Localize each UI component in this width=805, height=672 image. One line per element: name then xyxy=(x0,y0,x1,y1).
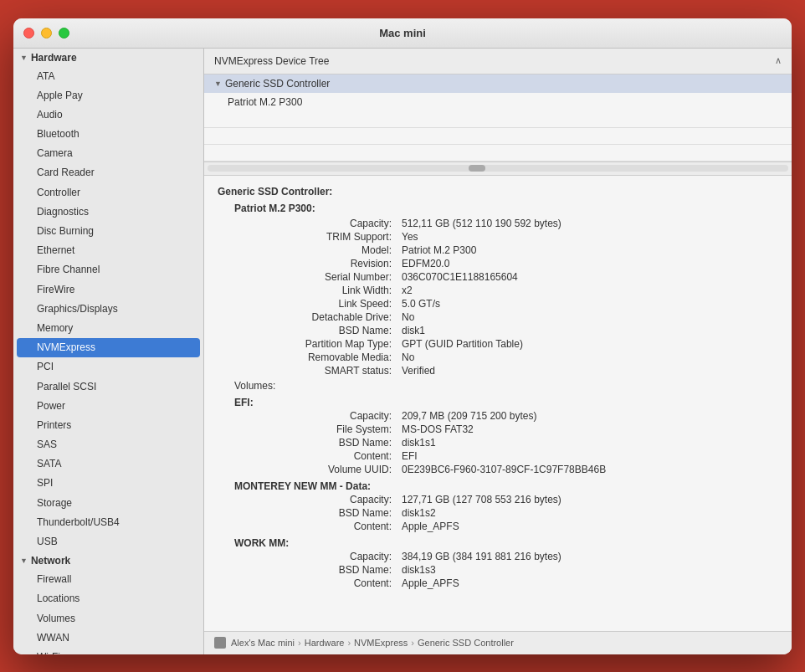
sidebar-item-parallelscsi[interactable]: Parallel SCSI xyxy=(13,377,203,397)
label-partmap: Partition Map Type: xyxy=(234,338,402,350)
sidebar-item-sas[interactable]: SAS xyxy=(13,435,203,454)
controller-label: Generic SSD Controller xyxy=(225,78,330,90)
controller-arrow-icon: ▼ xyxy=(214,80,222,88)
sidebar-item-spi[interactable]: SPI xyxy=(13,474,203,493)
horizontal-scrollbar[interactable] xyxy=(204,162,792,175)
vol-work-bsd: BSD Name: disk1s3 xyxy=(251,564,778,576)
volumes-label: Volumes: xyxy=(234,380,778,392)
breadcrumb-sep-0: › xyxy=(298,638,301,648)
device-tree-arrow: ∧ xyxy=(775,55,782,66)
value-work-content: Apple_APFS xyxy=(402,577,778,589)
sidebar[interactable]: ▼ Hardware ATA Apple Pay Audio Bluetooth… xyxy=(13,49,204,654)
value-removable: No xyxy=(402,351,778,363)
sidebar-item-camera[interactable]: Camera xyxy=(13,144,203,163)
sidebar-item-pci[interactable]: PCI xyxy=(13,357,203,377)
breadcrumb-part-2: NVMExpress xyxy=(354,638,408,648)
value-mont-cap: 127,71 GB (127 708 553 216 bytes) xyxy=(402,494,778,505)
sidebar-item-thunderbolt[interactable]: Thunderbolt/USB4 xyxy=(13,513,203,532)
detail-trim: TRIM Support: Yes xyxy=(234,231,778,243)
tree-divider-2 xyxy=(204,128,792,145)
sidebar-item-volumes[interactable]: Volumes xyxy=(13,609,203,628)
label-capacity: Capacity: xyxy=(234,218,402,229)
value-trim: Yes xyxy=(402,231,778,243)
detail-removable: Removable Media: No xyxy=(234,351,778,363)
close-button[interactable] xyxy=(23,28,34,38)
details-section: Generic SSD Controller: Patriot M.2 P300… xyxy=(204,176,792,631)
sidebar-item-cardreader[interactable]: Card Reader xyxy=(13,163,203,182)
sidebar-item-memory[interactable]: Memory xyxy=(13,319,203,338)
sidebar-item-sata[interactable]: SATA xyxy=(13,454,203,474)
value-linkspeed: 5.0 GT/s xyxy=(402,298,778,310)
maximize-button[interactable] xyxy=(59,28,69,38)
value-work-bsd: disk1s3 xyxy=(402,564,778,576)
vol-work-capacity: Capacity: 384,19 GB (384 191 881 216 byt… xyxy=(251,551,778,562)
sidebar-item-locations[interactable]: Locations xyxy=(13,589,203,608)
label-serial: Serial Number: xyxy=(234,271,402,283)
breadcrumb-sep-1: › xyxy=(347,638,351,648)
detail-serial: Serial Number: 036C070C1E1188165604 xyxy=(234,271,778,283)
device-tree-section: NVMExpress Device Tree ∧ ▼ Generic SSD C… xyxy=(204,49,792,176)
vol-mont-content: Content: Apple_APFS xyxy=(251,521,778,532)
sidebar-item-graphics[interactable]: Graphics/Displays xyxy=(13,300,203,319)
tree-divider-3 xyxy=(204,145,792,162)
label-trim: TRIM Support: xyxy=(234,231,402,243)
sidebar-group-hardware[interactable]: ▼ Hardware xyxy=(13,49,203,67)
drive-title: Patriot M.2 P300: xyxy=(234,203,778,214)
sidebar-item-wifi[interactable]: Wi-Fi xyxy=(13,648,203,654)
label-mont-bsd: BSD Name: xyxy=(251,507,402,519)
main-window: Mac mini ▼ Hardware ATA Apple Pay Audio … xyxy=(13,18,792,654)
detail-model: Model: Patriot M.2 P300 xyxy=(234,244,778,256)
vol-efi-uuid: Volume UUID: 0E239BC6-F960-3107-89CF-1C9… xyxy=(251,464,778,475)
sidebar-item-bluetooth[interactable]: Bluetooth xyxy=(13,125,203,144)
breadcrumb-sep-2: › xyxy=(411,638,414,648)
label-removable: Removable Media: xyxy=(234,351,402,363)
label-linkspeed: Link Speed: xyxy=(234,298,402,310)
sidebar-item-printers[interactable]: Printers xyxy=(13,416,203,435)
minimize-button[interactable] xyxy=(41,28,52,38)
sidebar-item-ata[interactable]: ATA xyxy=(13,67,203,86)
vol-efi-content: Content: EFI xyxy=(251,450,778,462)
label-efi-uuid: Volume UUID: xyxy=(251,464,402,475)
sidebar-item-applepay[interactable]: Apple Pay xyxy=(13,86,203,105)
detail-partmap: Partition Map Type: GPT (GUID Partition … xyxy=(234,338,778,350)
value-bsdname: disk1 xyxy=(402,325,778,336)
detail-capacity: Capacity: 512,11 GB (512 110 190 592 byt… xyxy=(234,218,778,229)
detail-linkspeed: Link Speed: 5.0 GT/s xyxy=(234,298,778,310)
network-label: Network xyxy=(31,555,70,567)
sidebar-item-diagnostics[interactable]: Diagnostics xyxy=(13,203,203,222)
sidebar-item-controller[interactable]: Controller xyxy=(13,183,203,203)
sidebar-group-network[interactable]: ▼ Network xyxy=(13,551,203,570)
sidebar-item-firewall[interactable]: Firewall xyxy=(13,570,203,589)
label-detachable: Detachable Drive: xyxy=(234,311,402,323)
hardware-arrow: ▼ xyxy=(20,54,28,62)
vol-efi-fs: File System: MS-DOS FAT32 xyxy=(251,423,778,435)
value-efi-cap: 209,7 MB (209 715 200 bytes) xyxy=(402,410,778,422)
sidebar-item-firewire[interactable]: FireWire xyxy=(13,280,203,300)
sidebar-item-wwan[interactable]: WWAN xyxy=(13,628,203,648)
device-tree-header[interactable]: NVMExpress Device Tree ∧ xyxy=(204,49,792,74)
sidebar-item-nvmexpress[interactable]: NVMExpress xyxy=(17,338,200,357)
tree-row-controller[interactable]: ▼ Generic SSD Controller xyxy=(204,74,792,93)
sidebar-item-discburning[interactable]: Disc Burning xyxy=(13,222,203,241)
mac-mini-icon xyxy=(214,637,226,649)
value-mont-content: Apple_APFS xyxy=(402,521,778,532)
sidebar-item-usb[interactable]: USB xyxy=(13,532,203,551)
sidebar-item-audio[interactable]: Audio xyxy=(13,105,203,125)
scrollbar-track[interactable] xyxy=(208,165,788,172)
main-content: NVMExpress Device Tree ∧ ▼ Generic SSD C… xyxy=(204,49,792,654)
sidebar-item-storage[interactable]: Storage xyxy=(13,494,203,513)
sidebar-item-ethernet[interactable]: Ethernet xyxy=(13,241,203,260)
detail-smart: SMART status: Verified xyxy=(234,365,778,377)
vol-mont-bsd: BSD Name: disk1s2 xyxy=(251,507,778,519)
scrollbar-thumb[interactable] xyxy=(469,165,485,172)
breadcrumb-part-3: Generic SSD Controller xyxy=(418,638,514,648)
label-bsdname: BSD Name: xyxy=(234,325,402,336)
value-model: Patriot M.2 P300 xyxy=(402,244,778,256)
value-capacity: 512,11 GB (512 110 190 592 bytes) xyxy=(402,218,778,229)
value-efi-content: EFI xyxy=(402,450,778,462)
value-revision: EDFM20.0 xyxy=(402,258,778,269)
vol-efi-capacity: Capacity: 209,7 MB (209 715 200 bytes) xyxy=(251,410,778,422)
sidebar-item-power[interactable]: Power xyxy=(13,397,203,416)
tree-row-drive[interactable]: Patriot M.2 P300 xyxy=(204,93,792,111)
sidebar-item-fibrechannel[interactable]: Fibre Channel xyxy=(13,260,203,280)
